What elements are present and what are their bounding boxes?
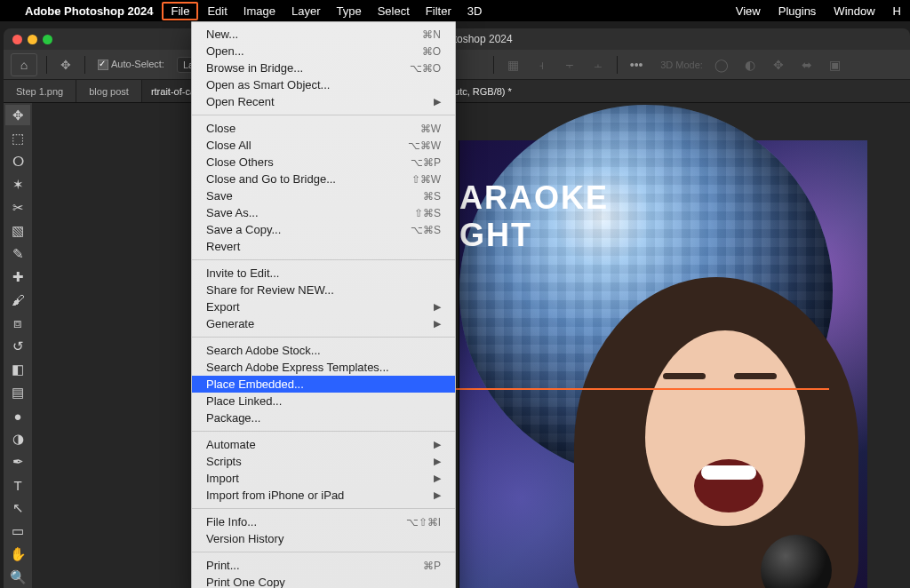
menu-select[interactable]: Select: [378, 4, 410, 18]
menu-item-label: Search Adobe Stock...: [206, 344, 321, 357]
menu-item-save-as[interactable]: Save As...⇧⌘S: [192, 204, 455, 221]
menu-image[interactable]: Image: [243, 4, 275, 18]
menu-item-export[interactable]: Export▶: [192, 298, 455, 315]
menu-item-scripts[interactable]: Scripts▶: [192, 453, 455, 470]
pen-tool-icon[interactable]: ✒: [5, 452, 30, 473]
heal-tool-icon[interactable]: ✚: [5, 266, 30, 287]
menu-item-invite-to-edit[interactable]: Invite to Edit...: [192, 265, 455, 282]
menu-file[interactable]: File: [162, 2, 198, 20]
pan-icon[interactable]: ✥: [769, 55, 788, 75]
headline-line1: ARAOKE: [459, 179, 609, 216]
slide-icon[interactable]: ⬌: [797, 55, 817, 75]
auto-select-checkbox[interactable]: Auto-Select:: [94, 57, 168, 72]
eyedropper-tool-icon[interactable]: ✎: [5, 243, 30, 264]
align-icon[interactable]: ⫞: [531, 55, 551, 75]
titlebar: Adobe Photoshop 2024: [4, 28, 910, 50]
path-tool-icon[interactable]: ↖: [5, 498, 30, 519]
menu-plugins[interactable]: Plugins: [778, 4, 817, 18]
menu-item-place-linked[interactable]: Place Linked...: [192, 393, 455, 409]
menu-3d[interactable]: 3D: [467, 4, 483, 18]
menu-item-open-as-smart-object[interactable]: Open as Smart Object...: [192, 76, 455, 93]
menu-item-file-info[interactable]: File Info...⌥⇧⌘I: [192, 513, 455, 530]
marquee-tool-icon[interactable]: ⬚: [5, 128, 30, 148]
blur-tool-icon[interactable]: ●: [5, 406, 30, 426]
menu-item-search-adobe-stock[interactable]: Search Adobe Stock...: [192, 342, 455, 359]
menu-item-open[interactable]: Open...⌘O: [192, 43, 455, 60]
menu-item-save-a-copy[interactable]: Save a Copy...⌥⌘S: [192, 221, 455, 238]
move-tool-icon[interactable]: ✥: [5, 105, 30, 125]
menu-item-label: Open Recent: [206, 95, 275, 108]
menu-item-package[interactable]: Package...: [192, 409, 455, 426]
home-button[interactable]: ⌂: [11, 53, 37, 76]
menu-item-new[interactable]: New...⌘N: [192, 26, 455, 43]
camera-icon[interactable]: ▣: [826, 55, 845, 75]
menu-edit[interactable]: Edit: [207, 4, 227, 18]
move-tool-mini-icon[interactable]: ✥: [56, 55, 76, 75]
shape-tool-icon[interactable]: ▭: [5, 521, 30, 542]
menu-window[interactable]: Window: [834, 4, 874, 18]
shortcut-label: ⌘N: [422, 28, 441, 41]
menu-item-close-others[interactable]: Close Others⌥⌘P: [192, 154, 455, 171]
menu-type[interactable]: Type: [337, 4, 362, 18]
menu-item-close-and-go-to-bridge[interactable]: Close and Go to Bridge...⇧⌘W: [192, 171, 455, 187]
submenu-arrow-icon: ▶: [434, 301, 441, 313]
menu-item-import-from-iphone-or-ipad[interactable]: Import from iPhone or iPad▶: [192, 487, 455, 504]
align-icon[interactable]: ⫟: [560, 55, 579, 75]
menu-item-save[interactable]: Save⌘S: [192, 187, 455, 204]
align-icon[interactable]: ▦: [503, 55, 523, 75]
stamp-tool-icon[interactable]: ⧈: [5, 313, 30, 333]
menu-item-version-history[interactable]: Version History: [192, 530, 455, 547]
menu-separator: [192, 259, 455, 260]
menu-separator: [192, 115, 455, 115]
menu-separator: [192, 508, 455, 509]
menu-help-trunc[interactable]: H: [893, 4, 901, 18]
menu-item-close[interactable]: Close⌘W: [192, 120, 455, 137]
menu-item-import[interactable]: Import▶: [192, 470, 455, 487]
history-brush-icon[interactable]: ↺: [5, 336, 30, 356]
menu-item-place-embedded[interactable]: Place Embedded...: [192, 376, 455, 393]
menu-item-search-adobe-express-templates[interactable]: Search Adobe Express Templates...: [192, 359, 455, 376]
auto-select-label: Auto-Select:: [111, 59, 164, 69]
align-icon[interactable]: ⫠: [588, 55, 608, 75]
menu-item-generate[interactable]: Generate▶: [192, 315, 455, 332]
headline-line2: GHT: [459, 217, 532, 253]
type-tool-icon[interactable]: T: [5, 475, 30, 496]
more-icon[interactable]: •••: [627, 55, 646, 75]
document-canvas[interactable]: ARAOKE GHT: [459, 140, 867, 588]
canvas-area[interactable]: ARAOKE GHT: [32, 103, 910, 588]
roll-icon[interactable]: ◐: [740, 55, 760, 75]
menu-item-label: Generate: [206, 317, 254, 330]
menu-item-label: Revert: [206, 240, 240, 253]
menu-item-open-recent[interactable]: Open Recent▶: [192, 93, 455, 110]
menu-item-automate[interactable]: Automate▶: [192, 436, 455, 453]
menu-item-print[interactable]: Print...⌘P: [192, 557, 455, 574]
app-name: Adobe Photoshop 2024: [25, 4, 153, 18]
brush-tool-icon[interactable]: 🖌: [5, 290, 30, 310]
menu-layer[interactable]: Layer: [291, 4, 321, 18]
doc-tab[interactable]: Step 1.png: [4, 80, 76, 102]
gradient-tool-icon[interactable]: ▤: [5, 383, 30, 403]
menu-item-label: Import: [206, 472, 239, 485]
lasso-tool-icon[interactable]: ⵔ: [5, 151, 30, 171]
shortcut-label: ⌥⌘P: [411, 156, 441, 169]
shortcut-label: ⌥⌘S: [411, 224, 441, 236]
menu-item-share-for-review-new[interactable]: Share for Review NEW...: [192, 282, 455, 298]
dodge-tool-icon[interactable]: ◑: [5, 429, 30, 449]
wand-tool-icon[interactable]: ✶: [5, 174, 30, 195]
menu-item-close-all[interactable]: Close All⌥⌘W: [192, 137, 455, 154]
doc-tab[interactable]: blog post: [76, 80, 142, 102]
frame-tool-icon[interactable]: ▧: [5, 220, 30, 241]
crop-tool-icon[interactable]: ✂: [5, 197, 30, 218]
menu-item-revert[interactable]: Revert: [192, 238, 455, 255]
menu-separator: [192, 337, 455, 338]
menu-filter[interactable]: Filter: [426, 4, 451, 18]
eraser-tool-icon[interactable]: ◧: [5, 360, 30, 380]
zoom-tool-icon[interactable]: 🔍: [5, 568, 30, 588]
menu-item-print-one-copy[interactable]: Print One Copy: [192, 574, 455, 588]
hand-tool-icon[interactable]: ✋: [5, 544, 30, 565]
shortcut-label: ⌥⌘O: [410, 62, 441, 75]
orbit-icon[interactable]: ◯: [712, 55, 731, 75]
callout-line: [456, 388, 829, 390]
menu-item-browse-in-bridge[interactable]: Browse in Bridge...⌥⌘O: [192, 60, 455, 76]
menu-view[interactable]: View: [736, 4, 761, 18]
